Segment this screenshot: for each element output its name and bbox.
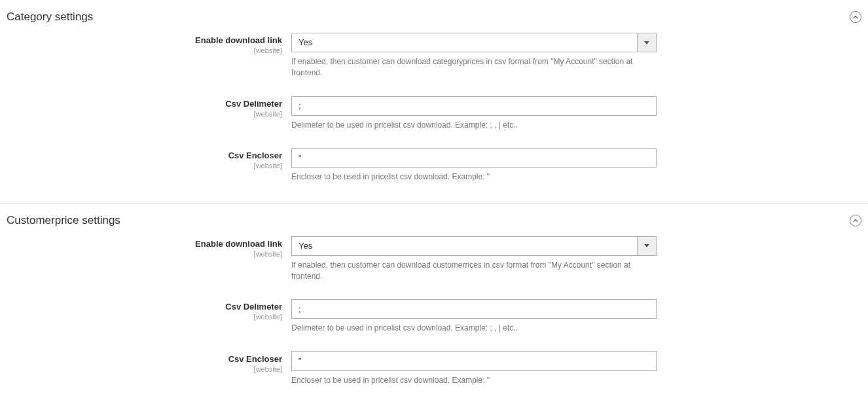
customer-settings-section: Customerprice settings Enable download l…	[0, 204, 868, 404]
category-enable-label: Enable download link	[7, 35, 282, 45]
customer-delimiter-input[interactable]	[291, 299, 657, 319]
collapse-category-icon[interactable]	[850, 11, 861, 23]
label-col: Enable download link [website]	[7, 236, 291, 283]
customer-enable-select[interactable]: Yes	[291, 236, 657, 256]
control-col: Delimeter to be used in pricelist csv do…	[291, 96, 657, 131]
scope-label: [website]	[7, 46, 282, 54]
label-col: Csv Encloser [website]	[7, 351, 291, 386]
customer-section-title: Customerprice settings	[7, 214, 120, 227]
customer-encloser-row: Csv Encloser [website] Encloser to be us…	[7, 351, 861, 386]
label-col: Enable download link [website]	[7, 33, 291, 79]
control-col: Encloser to be used in pricelist csv dow…	[291, 351, 657, 386]
scope-label: [website]	[7, 365, 282, 373]
select-value: Yes	[291, 33, 637, 52]
category-delimiter-hint: Delimeter to be used in pricelist csv do…	[291, 120, 657, 131]
customer-enable-label: Enable download link	[7, 239, 282, 249]
category-enable-select[interactable]: Yes	[291, 33, 657, 52]
control-col: Encloser to be used in pricelist csv dow…	[291, 148, 657, 183]
category-encloser-hint: Encloser to be used in pricelist csv dow…	[291, 171, 657, 183]
control-col: Delimeter to be used in pricelist csv do…	[291, 299, 657, 334]
scope-label: [website]	[7, 313, 282, 321]
customer-encloser-label: Csv Encloser	[7, 354, 282, 364]
category-delimiter-label: Csv Delimeter	[7, 99, 282, 109]
label-col: Csv Delimeter [website]	[7, 299, 291, 334]
chevron-down-icon[interactable]	[637, 33, 657, 52]
category-section-title: Category settings	[7, 10, 93, 24]
category-encloser-label: Csv Encloser	[7, 151, 282, 160]
scope-label: [website]	[7, 250, 282, 258]
scope-label: [website]	[7, 110, 282, 118]
customer-enable-row: Enable download link [website] Yes If en…	[7, 236, 861, 283]
select-value: Yes	[291, 236, 637, 256]
customer-delimiter-label: Csv Delimeter	[7, 302, 282, 312]
customer-encloser-hint: Encloser to be used in pricelist csv dow…	[291, 375, 657, 386]
collapse-customer-icon[interactable]	[850, 215, 861, 226]
scope-label: [website]	[7, 162, 282, 170]
customer-enable-hint: If enabled, then customer can download c…	[291, 260, 657, 283]
customer-section-header[interactable]: Customerprice settings	[7, 210, 861, 236]
category-enable-hint: If enabled, then customer can download c…	[291, 56, 657, 79]
category-section-header[interactable]: Category settings	[7, 7, 861, 33]
customer-delimiter-row: Csv Delimeter [website] Delimeter to be …	[7, 299, 861, 334]
label-col: Csv Delimeter [website]	[7, 96, 291, 131]
customer-delimiter-hint: Delimeter to be used in pricelist csv do…	[291, 323, 657, 334]
customer-encloser-input[interactable]	[291, 351, 657, 371]
label-col: Csv Encloser [website]	[7, 148, 291, 183]
chevron-down-icon[interactable]	[637, 236, 657, 256]
control-col: Yes If enabled, then customer can downlo…	[291, 236, 657, 283]
category-delimiter-row: Csv Delimeter [website] Delimeter to be …	[7, 96, 861, 131]
category-encloser-input[interactable]	[291, 148, 657, 168]
control-col: Yes If enabled, then customer can downlo…	[291, 33, 657, 79]
category-encloser-row: Csv Encloser [website] Encloser to be us…	[7, 148, 861, 183]
category-enable-row: Enable download link [website] Yes If en…	[7, 33, 861, 79]
category-delimiter-input[interactable]	[291, 96, 657, 116]
category-settings-section: Category settings Enable download link […	[0, 0, 868, 204]
